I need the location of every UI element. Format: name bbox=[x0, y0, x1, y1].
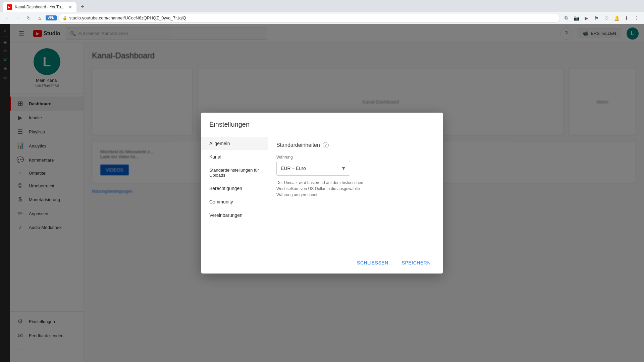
home-button[interactable]: ⌂ bbox=[35, 13, 44, 23]
modal-nav-community[interactable]: Community bbox=[201, 195, 268, 208]
section-title: Standardeinheiten ? bbox=[276, 142, 435, 148]
vpn-badge: VPN bbox=[46, 15, 57, 20]
download-button[interactable]: ⬇ bbox=[622, 13, 631, 23]
modal-body: Allgemein Kanal Standardeinstellungen fü… bbox=[201, 134, 443, 252]
currency-form: Währung EUR – Euro USD – US-Dollar ▼ Der… bbox=[276, 155, 435, 198]
modal-nav-vereinbarungen[interactable]: Vereinbarungen bbox=[201, 208, 268, 222]
modal-nav-berechtigungen[interactable]: Berechtigungen bbox=[201, 182, 268, 195]
modal-nav: Allgemein Kanal Standardeinstellungen fü… bbox=[201, 134, 268, 252]
browser-tab-active[interactable]: ▶ Kanal-Dashboard - YouTu... ✕ bbox=[3, 2, 76, 12]
tab-favicon: ▶ bbox=[7, 4, 12, 10]
modal-overlay: Einstellungen Allgemein Kanal Standardei… bbox=[0, 24, 644, 362]
modal-title: Einstellungen bbox=[201, 113, 443, 134]
currency-select-wrapper: EUR – Euro USD – US-Dollar ▼ bbox=[276, 161, 350, 176]
modal-nav-kanal[interactable]: Kanal bbox=[201, 150, 268, 164]
tab-title: Kanal-Dashboard - YouTu... bbox=[15, 5, 66, 9]
modal-main-content: Standardeinheiten ? Währung EUR – Euro U… bbox=[268, 134, 443, 252]
forward-button[interactable]: → bbox=[13, 13, 23, 23]
help-info-icon[interactable]: ? bbox=[323, 142, 329, 148]
save-button[interactable]: SPEICHERN bbox=[398, 257, 435, 268]
flag-button[interactable]: ⚑ bbox=[592, 13, 601, 23]
settings-modal: Einstellungen Allgemein Kanal Standardei… bbox=[201, 113, 443, 274]
browser-tabs: ▶ Kanal-Dashboard - YouTu... ✕ + bbox=[0, 0, 644, 12]
url-text: studio.youtube.com/channel/UCocN6zQPHQZ_… bbox=[69, 15, 186, 20]
reload-button[interactable]: ↻ bbox=[24, 13, 34, 23]
close-button[interactable]: SCHLIESSEN bbox=[353, 257, 392, 268]
toolbar-right: ⧉ 📷 ▶ ⚑ ♡ 🔔 ⬇ ⋮ bbox=[561, 13, 641, 23]
modal-nav-standardeinstellungen[interactable]: Standardeinstellungen für Uploads bbox=[201, 164, 268, 182]
bell-button[interactable]: 🔔 bbox=[612, 13, 621, 23]
player-button[interactable]: ▶ bbox=[582, 13, 591, 23]
camera-button[interactable]: 📷 bbox=[572, 13, 581, 23]
modal-footer: SCHLIESSEN SPEICHERN bbox=[201, 252, 443, 274]
extensions-button[interactable]: ⧉ bbox=[561, 13, 571, 23]
more-button[interactable]: ⋮ bbox=[632, 13, 641, 23]
currency-label: Währung bbox=[276, 155, 435, 160]
lock-icon: 🔒 bbox=[62, 16, 67, 20]
new-tab-button[interactable]: + bbox=[78, 2, 87, 11]
browser-toolbar: ← → ↻ ⌂ VPN 🔒 studio.youtube.com/channel… bbox=[0, 12, 644, 24]
heart-button[interactable]: ♡ bbox=[602, 13, 611, 23]
tab-close-button[interactable]: ✕ bbox=[68, 4, 72, 10]
modal-nav-allgemein[interactable]: Allgemein bbox=[201, 137, 268, 150]
currency-select[interactable]: EUR – Euro USD – US-Dollar bbox=[276, 161, 350, 176]
currency-info-text: Der Umsatz wird basierend auf dem histor… bbox=[276, 180, 370, 198]
back-button[interactable]: ← bbox=[3, 13, 12, 23]
address-bar[interactable]: 🔒 studio.youtube.com/channel/UCocN6zQPHQ… bbox=[58, 14, 560, 22]
browser-chrome: ▶ Kanal-Dashboard - YouTu... ✕ + ← → ↻ ⌂… bbox=[0, 0, 644, 24]
